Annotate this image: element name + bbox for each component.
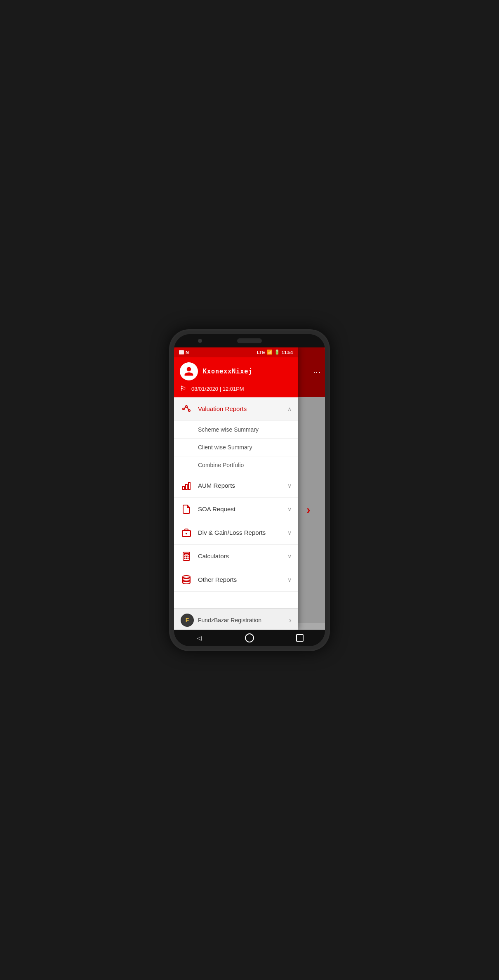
status-left: N (179, 350, 189, 355)
phone-top-hardware (174, 334, 325, 347)
datetime-label: 08/01/2020 | 12:01PM (191, 386, 244, 392)
flag-icon: 🏳 (180, 385, 187, 393)
menu-item-valuation-left: Valuation Reports (181, 403, 247, 415)
chevron-down-calc-icon (287, 553, 292, 560)
aum-reports-label: AUM Reports (198, 482, 235, 489)
chevron-down-aum-icon (287, 482, 292, 489)
client-wise-label: Client wise Summary (198, 444, 252, 451)
svg-point-24 (188, 557, 189, 559)
chevron-down-soa-icon (287, 505, 292, 513)
svg-point-25 (183, 576, 190, 578)
speaker-grill (237, 338, 262, 343)
svg-point-19 (184, 556, 186, 557)
lte-label: LTE (257, 350, 265, 355)
username-label: KxonexxNixej (203, 368, 252, 375)
svg-point-26 (183, 579, 190, 581)
back-button[interactable] (194, 633, 204, 643)
drawer-header: KxonexxNixej 🏳 08/01/2020 | 12:01PM (174, 357, 298, 397)
fundzbazar-icon: F (181, 614, 194, 627)
status-bar: N LTE 📶 🔋 11:51 (174, 347, 298, 357)
avatar (180, 362, 198, 380)
recents-button[interactable] (295, 633, 305, 643)
aum-reports-icon (181, 480, 192, 491)
svg-text:F: F (186, 617, 189, 623)
three-dots-menu[interactable]: ⋮ (313, 369, 322, 375)
side-drawer: N LTE 📶 🔋 11:51 (174, 347, 298, 630)
screen-content: ⋮ › N LTE 📶 🔋 (174, 347, 325, 630)
svg-point-29 (183, 581, 190, 584)
div-gain-loss-label: Div & Gain/Loss Reports (198, 529, 266, 536)
calculators-label: Calculators (198, 553, 229, 560)
other-reports-icon (181, 574, 192, 586)
scheme-wise-label: Scheme wise Summary (198, 426, 259, 433)
chevron-down-div-icon (287, 529, 292, 536)
clock: 11:51 (282, 350, 293, 355)
menu-item-calculators[interactable]: Calculators (174, 545, 298, 568)
valuation-reports-label: Valuation Reports (198, 405, 247, 412)
svg-line-4 (187, 407, 188, 410)
chevron-right-icon (289, 615, 292, 625)
menu-item-div-gain-loss[interactable]: Div & Gain/Loss Reports (174, 521, 298, 545)
valuation-reports-icon (181, 403, 192, 415)
menu-item-calc-left: Calculators (181, 550, 229, 562)
svg-point-23 (186, 557, 187, 559)
other-reports-label: Other Reports (198, 576, 237, 583)
right-arrow-icon: › (306, 503, 310, 517)
submenu-combine-portfolio[interactable]: Combine Portfolio (174, 456, 298, 474)
svg-rect-5 (183, 486, 184, 489)
svg-point-22 (184, 557, 186, 559)
svg-point-20 (186, 556, 187, 557)
phone-screen: ⋮ › N LTE 📶 🔋 (174, 334, 325, 646)
chevron-down-other-icon (287, 576, 292, 583)
menu-item-other-reports[interactable]: Other Reports (174, 568, 298, 592)
registration-label: FundzBazar Registration (198, 617, 261, 623)
battery-icon: 🔋 (274, 349, 280, 355)
camera-dot (198, 339, 202, 343)
drawer-body: Valuation Reports Scheme wise Summary Cl… (174, 397, 298, 630)
date-row: 🏳 08/01/2020 | 12:01PM (180, 385, 292, 393)
svg-point-0 (183, 408, 184, 410)
svg-line-3 (184, 407, 186, 409)
bottom-nav (174, 630, 325, 646)
submenu-scheme-wise[interactable]: Scheme wise Summary (174, 421, 298, 439)
svg-rect-6 (186, 484, 187, 489)
menu-item-other-left: Other Reports (181, 574, 237, 586)
svg-point-21 (188, 556, 189, 557)
svg-rect-7 (188, 482, 190, 489)
combine-portfolio-label: Combine Portfolio (198, 462, 244, 468)
submenu-client-wise[interactable]: Client wise Summary (174, 439, 298, 456)
chevron-up-icon (287, 405, 292, 413)
notification-icon: N (186, 350, 189, 355)
status-right: LTE 📶 🔋 11:51 (257, 349, 293, 355)
div-gain-loss-icon (181, 527, 192, 538)
menu-item-aum-reports[interactable]: AUM Reports (174, 474, 298, 498)
svg-rect-12 (184, 553, 188, 555)
svg-point-2 (188, 410, 190, 411)
menu-item-soa-left: SOA Request (181, 503, 235, 515)
registration-bar[interactable]: F FundzBazar Registration (174, 608, 298, 630)
phone-device: ⋮ › N LTE 📶 🔋 (169, 329, 330, 651)
menu-item-soa-request[interactable]: SOA Request (174, 498, 298, 521)
menu-item-valuation-reports[interactable]: Valuation Reports (174, 397, 298, 421)
spacer (174, 592, 298, 608)
sim-icon (179, 350, 184, 354)
calculators-icon (181, 550, 192, 562)
soa-request-label: SOA Request (198, 505, 235, 512)
home-button[interactable] (245, 633, 254, 643)
menu-item-aum-left: AUM Reports (181, 480, 235, 491)
user-row: KxonexxNixej (180, 362, 292, 380)
signal-icon: 📶 (267, 349, 273, 355)
reg-left: F FundzBazar Registration (181, 614, 261, 627)
soa-request-icon (181, 503, 192, 515)
menu-item-div-left: Div & Gain/Loss Reports (181, 527, 266, 538)
